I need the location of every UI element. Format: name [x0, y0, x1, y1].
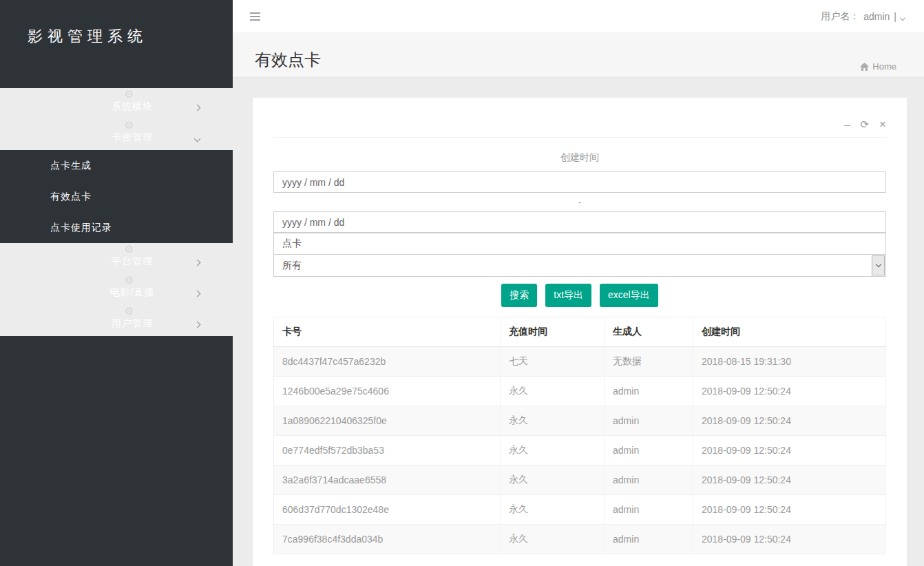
table-header-row: 卡号 充值时间 生成人 创建时间	[274, 317, 886, 347]
start-date-input[interactable]	[273, 171, 886, 193]
page-title: 有效点卡	[255, 49, 896, 71]
created-time-label: 创建时间	[273, 151, 886, 164]
hamburger-menu-icon[interactable]	[250, 8, 261, 25]
column-header-card-number: 卡号	[274, 317, 501, 347]
sidebar-item-card-usage-records[interactable]: 点卡使用记录	[0, 212, 233, 243]
valid-cards-panel: – ⟳ × 创建时间 - 点卡 所有	[253, 98, 907, 566]
cell-card-number: 1246b00e5a29e75c4606	[274, 377, 501, 406]
sidebar-item-label: 平台管理	[112, 255, 153, 268]
refresh-icon[interactable]: ⟳	[860, 119, 869, 129]
column-header-recharge-time: 充值时间	[500, 317, 604, 347]
table-row: 0e774edf5f572db3ba53 永久 admin 2018-09-09…	[274, 436, 886, 465]
chevron-right-icon	[195, 101, 200, 112]
cell-generator: admin	[605, 525, 693, 554]
breadcrumb-label: Home	[872, 61, 896, 72]
search-button[interactable]: 搜索	[501, 284, 537, 307]
sidebar-item-label: 卡密管理	[112, 132, 153, 144]
gear-icon: ⚙	[123, 305, 136, 317]
end-date-input[interactable]	[273, 211, 886, 233]
table-row: 1246b00e5a29e75c4606 永久 admin 2018-09-09…	[274, 377, 886, 406]
panel-body: 创建时间 - 点卡 所有 搜索 txt导出 excel导出	[253, 138, 907, 554]
cell-card-number: 1a089062210406325f0e	[274, 406, 501, 436]
select-value: 所有	[282, 260, 302, 272]
cell-created-time: 2018-09-09 12:50:24	[693, 406, 885, 436]
cell-generator: admin	[605, 436, 693, 465]
gear-icon: ⚙	[123, 274, 136, 286]
username-value: admin	[863, 11, 890, 22]
sidebar-item-label: 点卡使用记录	[50, 222, 112, 234]
cell-recharge-time: 永久	[500, 465, 604, 495]
txt-export-button[interactable]: txt导出	[545, 284, 591, 307]
content-header: 有效点卡 Home	[233, 32, 924, 78]
sidebar-item-label: 有效点卡	[50, 191, 92, 203]
cell-card-number: 3a2a6f3714adcaae6558	[274, 465, 501, 495]
home-icon	[860, 63, 869, 71]
collapse-icon[interactable]: –	[844, 119, 850, 129]
divider: |	[894, 11, 896, 22]
column-header-generator: 生成人	[605, 317, 693, 347]
cell-recharge-time: 永久	[500, 377, 604, 406]
cell-recharge-time: 永久	[500, 495, 604, 525]
main-area: 用户名： admin | 有效点卡 Home – ⟳ × 创建时间	[233, 0, 924, 566]
cell-created-time: 2018-09-09 12:50:24	[693, 495, 885, 525]
cell-created-time: 2018-09-09 12:50:24	[693, 525, 885, 554]
cell-created-time: 2018-08-15 19:31:30	[693, 347, 885, 377]
cell-recharge-time: 永久	[500, 436, 604, 465]
table-row: 7ca996f38c4f3dda034b 永久 admin 2018-09-09…	[274, 525, 886, 554]
excel-export-button[interactable]: excel导出	[600, 284, 658, 307]
cell-card-number: 7ca996f38c4f3dda034b	[274, 525, 501, 554]
sidebar-item-movie-live[interactable]: ⚙ 电影/直播	[0, 274, 233, 305]
gear-icon: ⚙	[123, 243, 136, 255]
user-menu[interactable]: 用户名： admin |	[821, 10, 910, 23]
sidebar: 影视管理系统 ⚙ 系统模块 ⚙ 卡密管理 点卡生成 有效点卡 点卡使用记录 ⚙ …	[0, 0, 233, 566]
cell-generator: admin	[605, 377, 693, 406]
chevron-down-icon	[872, 255, 885, 275]
table-row: 8dc4437f47c457a6232b 七天 无数据 2018-08-15 1…	[274, 347, 886, 377]
gear-icon: ⚙	[123, 88, 136, 101]
table-row: 1a089062210406325f0e 永久 admin 2018-09-09…	[274, 406, 886, 436]
sidebar-item-label: 点卡生成	[50, 160, 92, 172]
sidebar-item-card-key-management[interactable]: ⚙ 卡密管理	[0, 119, 233, 150]
cell-created-time: 2018-09-09 12:50:24	[693, 377, 885, 406]
sidebar-item-label: 系统模块	[112, 101, 153, 113]
cell-card-number: 0e774edf5f572db3ba53	[274, 436, 501, 465]
cell-card-number: 8dc4437f47c457a6232b	[274, 347, 501, 377]
card-type-field[interactable]: 点卡	[273, 233, 886, 254]
cell-generator: admin	[605, 465, 693, 495]
gear-icon: ⚙	[123, 119, 136, 132]
cell-generator: admin	[605, 406, 693, 436]
cell-card-number: 606d37d770dc1302e48e	[274, 495, 501, 525]
breadcrumb-home[interactable]: Home	[860, 61, 896, 72]
sidebar-item-user-management[interactable]: ⚙ 用户管理	[0, 305, 233, 336]
app-title: 影视管理系统	[0, 0, 233, 47]
chevron-right-icon	[195, 256, 200, 267]
card-type-value: 点卡	[282, 238, 302, 250]
table-row: 606d37d770dc1302e48e 永久 admin 2018-09-09…	[274, 495, 886, 525]
panel-tools: – ⟳ ×	[253, 98, 907, 137]
cell-recharge-time: 永久	[500, 406, 604, 436]
cell-recharge-time: 七天	[500, 347, 604, 377]
cards-table: 卡号 充值时间 生成人 创建时间 8dc4437f47c457a6232b 七天…	[273, 317, 886, 554]
action-buttons: 搜索 txt导出 excel导出	[273, 284, 886, 307]
sidebar-nav: ⚙ 系统模块 ⚙ 卡密管理 点卡生成 有效点卡 点卡使用记录 ⚙ 平台管理 ⚙ …	[0, 88, 233, 336]
sidebar-item-card-generate[interactable]: 点卡生成	[0, 150, 233, 181]
chevron-right-icon	[195, 318, 200, 329]
cell-generator: admin	[605, 495, 693, 525]
date-range-separator: -	[273, 193, 886, 211]
sidebar-item-valid-cards[interactable]: 有效点卡	[0, 181, 233, 212]
close-icon[interactable]: ×	[879, 118, 886, 130]
chevron-down-icon	[901, 11, 905, 22]
chevron-down-icon	[195, 132, 200, 143]
sidebar-item-label: 用户管理	[112, 317, 153, 330]
column-header-created-time: 创建时间	[693, 317, 885, 347]
card-filter-select[interactable]: 所有	[273, 254, 886, 277]
sidebar-item-platform-management[interactable]: ⚙ 平台管理	[0, 243, 233, 274]
topbar: 用户名： admin |	[233, 0, 924, 32]
cell-recharge-time: 永久	[500, 525, 604, 554]
table-row: 3a2a6f3714adcaae6558 永久 admin 2018-09-09…	[274, 465, 886, 495]
chevron-right-icon	[195, 287, 200, 298]
cell-created-time: 2018-09-09 12:50:24	[693, 436, 885, 465]
sidebar-item-system-modules[interactable]: ⚙ 系统模块	[0, 88, 233, 119]
cell-generator: 无数据	[605, 347, 693, 377]
sidebar-item-label: 电影/直播	[110, 286, 155, 299]
